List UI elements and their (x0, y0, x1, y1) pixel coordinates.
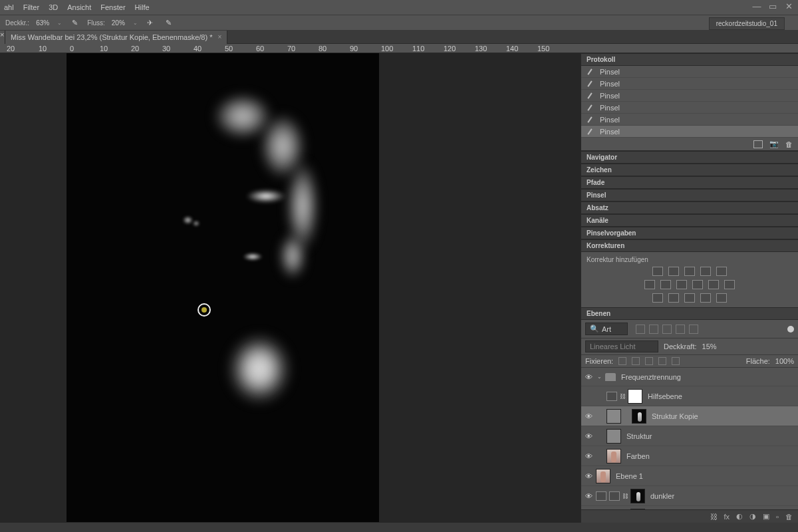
airbrush-icon[interactable]: ✈ (144, 17, 156, 29)
filter-adjust-icon[interactable] (649, 325, 658, 334)
layer-thumbnail[interactable] (606, 449, 621, 464)
layer-thumbnail[interactable] (606, 429, 621, 444)
visibility-icon[interactable]: 👁 (584, 432, 593, 441)
visibility-icon[interactable]: 👁 (584, 412, 593, 421)
filter-smart-icon[interactable] (689, 325, 698, 334)
new-layer-icon[interactable]: ▫ (776, 513, 779, 521)
adj-channelmixer-icon[interactable] (708, 280, 719, 289)
panel-tab[interactable]: Korrekturen (581, 239, 798, 252)
link-layers-icon[interactable]: ⛓ (710, 513, 718, 521)
panel-tab[interactable]: Pfade (581, 176, 798, 189)
menu-item[interactable]: Filter (23, 3, 39, 11)
create-document-icon[interactable] (753, 140, 763, 148)
history-item[interactable]: Pinsel (581, 126, 798, 138)
panel-tab[interactable]: Navigator (581, 151, 798, 164)
adj-levels-icon[interactable] (668, 267, 679, 276)
visibility-icon[interactable]: 👁 (584, 452, 593, 461)
maximize-icon[interactable]: ▭ (767, 1, 778, 11)
adj-hue-icon[interactable] (644, 280, 655, 289)
mask-thumbnail[interactable] (632, 409, 646, 424)
adj-curves-icon[interactable] (684, 267, 695, 276)
delete-layer-icon[interactable]: 🗑 (785, 513, 793, 521)
layer-item[interactable]: 👁Farben (581, 446, 798, 466)
layer-group[interactable]: 👁⌄Frequenztrennung (581, 368, 798, 386)
chevron-down-icon[interactable]: ⌄ (133, 20, 138, 26)
layer-item[interactable]: 👁Ebene 1 (581, 466, 798, 486)
tab-prefix[interactable]: × (0, 31, 5, 44)
lock-artboard-icon[interactable] (658, 357, 666, 365)
trash-icon[interactable]: 🗑 (785, 140, 793, 148)
history-item[interactable]: Pinsel (581, 78, 798, 90)
blend-mode-select[interactable]: Lineares Licht (585, 340, 658, 352)
layers-panel-header[interactable]: Ebenen (581, 307, 798, 320)
fx-icon[interactable]: fx (724, 513, 730, 521)
visibility-icon[interactable]: 👁 (584, 372, 593, 382)
layer-opacity-value[interactable]: 15% (702, 342, 717, 350)
menu-item[interactable]: ahl (4, 3, 14, 11)
new-group-icon[interactable]: ▣ (763, 512, 769, 521)
history-item[interactable]: Pinsel (581, 66, 798, 78)
lock-all-icon[interactable] (672, 357, 680, 365)
layer-thumbnail[interactable] (606, 409, 621, 424)
adj-invert-icon[interactable] (652, 293, 663, 303)
adj-exposure-icon[interactable] (700, 267, 711, 276)
lock-pixels-icon[interactable] (632, 357, 640, 365)
panel-tab[interactable]: Pinselvorgaben (581, 227, 798, 239)
close-tab-icon[interactable]: × (217, 33, 221, 41)
mask-thumbnail[interactable] (628, 389, 642, 404)
snapshot-icon[interactable]: 📷 (769, 140, 779, 148)
filter-toggle[interactable] (787, 326, 794, 332)
mask-thumbnail[interactable] (630, 489, 645, 503)
menu-item[interactable]: Hilfe (135, 3, 150, 11)
layer-name[interactable]: Frequenztrennung (621, 373, 681, 381)
opacity-value[interactable]: 63% (36, 19, 49, 27)
adj-photofilter-icon[interactable] (692, 280, 703, 289)
chevron-down-icon[interactable]: ⌄ (57, 20, 62, 26)
mask-link-icon[interactable]: ⛓ (622, 493, 628, 499)
panel-tab[interactable]: Pinsel (581, 189, 798, 201)
filter-type-icon[interactable] (662, 325, 672, 334)
panel-tab[interactable]: Absatz (581, 201, 798, 214)
pressure-size-icon[interactable]: ✎ (163, 17, 175, 29)
lock-position-icon[interactable] (645, 357, 653, 365)
layer-name[interactable]: Struktur Kopie (652, 412, 698, 420)
canvas[interactable] (0, 53, 581, 523)
minimize-icon[interactable]: — (751, 1, 762, 11)
close-icon[interactable]: ✕ (783, 1, 794, 11)
menu-item[interactable]: 3D (49, 3, 58, 11)
layer-name[interactable]: Ebene 1 (616, 472, 643, 480)
layer-name[interactable]: Hilfsebene (648, 392, 682, 400)
flow-value[interactable]: 20% (112, 19, 125, 27)
panel-tab[interactable]: Kanäle (581, 214, 798, 227)
visibility-icon[interactable] (584, 392, 593, 401)
history-item[interactable]: Pinsel (581, 90, 798, 102)
adj-posterize-icon[interactable] (668, 293, 679, 303)
layer-item[interactable]: 👁⛓dunkler (581, 486, 798, 506)
layer-thumbnail[interactable] (596, 469, 610, 483)
panel-tab[interactable]: Zeichen (581, 164, 798, 176)
visibility-icon[interactable]: 👁 (584, 471, 593, 481)
adj-threshold-icon[interactable] (684, 293, 695, 303)
adj-bw-icon[interactable] (676, 280, 687, 289)
fill-value[interactable]: 100% (775, 357, 794, 365)
history-item[interactable]: Pinsel (581, 114, 798, 126)
disclosure-icon[interactable]: ⌄ (596, 374, 602, 380)
filter-shape-icon[interactable] (676, 325, 685, 334)
mask-thumbnail[interactable] (630, 509, 645, 510)
adj-brightness-icon[interactable] (652, 267, 663, 276)
layer-name[interactable]: dunkler (650, 492, 674, 500)
visibility-icon[interactable]: 👁 (584, 491, 593, 501)
history-panel-header[interactable]: Protokoll (581, 53, 798, 66)
menu-item[interactable]: Ansicht (67, 3, 91, 11)
menu-item[interactable]: Fenster (100, 3, 125, 11)
layer-item[interactable]: ⛓Hilfsebene (581, 386, 798, 406)
adj-gradientmap-icon[interactable] (700, 293, 711, 303)
adj-colorlookup-icon[interactable] (724, 280, 735, 289)
layer-name[interactable]: Farben (626, 452, 650, 460)
new-adjustment-icon[interactable]: ◑ (749, 512, 756, 521)
mask-link-icon[interactable]: ⛓ (620, 393, 625, 400)
artboard[interactable] (66, 53, 379, 522)
workspace-switcher[interactable]: reckordzeitstudio_01 (709, 17, 785, 30)
layer-item[interactable]: 👁Struktur Kopie (581, 406, 798, 426)
add-mask-icon[interactable]: ◐ (736, 512, 743, 521)
